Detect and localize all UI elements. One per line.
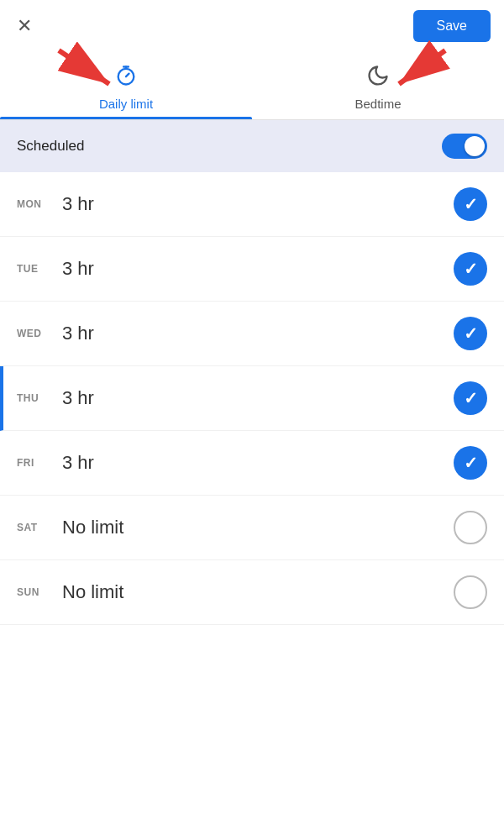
scheduled-row: Scheduled <box>0 120 504 172</box>
day-time-wed: 3 hr <box>62 323 454 344</box>
day-row-fri[interactable]: FRI3 hr✓ <box>0 431 504 496</box>
day-time-sat: No limit <box>62 517 454 538</box>
checkmark-icon: ✓ <box>464 196 478 213</box>
day-check-mon[interactable]: ✓ <box>454 187 487 221</box>
tab-bedtime[interactable]: Bedtime <box>252 52 504 119</box>
day-row-sat[interactable]: SATNo limit <box>0 496 504 560</box>
day-label-tue: TUE <box>17 263 52 275</box>
day-time-tue: 3 hr <box>62 258 454 280</box>
tabs-container: Daily limit Bedtime <box>0 52 504 120</box>
day-check-fri[interactable]: ✓ <box>454 446 487 480</box>
day-row-thu[interactable]: THU3 hr✓ <box>0 366 504 431</box>
day-row-wed[interactable]: WED3 hr✓ <box>0 302 504 366</box>
day-label-thu: THU <box>17 392 52 404</box>
day-check-sat[interactable] <box>454 511 487 544</box>
checkmark-icon: ✓ <box>464 325 478 342</box>
day-list: MON3 hr✓TUE3 hr✓WED3 hr✓THU3 hr✓FRI3 hr✓… <box>0 172 504 625</box>
tab-daily-limit-label: Daily limit <box>99 97 153 111</box>
day-label-wed: WED <box>17 328 52 339</box>
toggle-thumb <box>465 136 485 156</box>
toggle-track <box>442 134 487 159</box>
day-row-tue[interactable]: TUE3 hr✓ <box>0 237 504 302</box>
day-label-fri: FRI <box>17 457 52 469</box>
moon-icon <box>366 64 390 93</box>
checkmark-icon: ✓ <box>464 260 478 277</box>
checkmark-icon: ✓ <box>464 454 478 471</box>
day-label-sun: SUN <box>17 586 52 598</box>
day-check-tue[interactable]: ✓ <box>454 252 487 286</box>
save-button[interactable]: Save <box>413 10 491 42</box>
tab-daily-limit[interactable]: Daily limit <box>0 52 252 119</box>
day-check-sun[interactable] <box>454 575 487 609</box>
scheduled-toggle[interactable] <box>442 134 487 159</box>
day-row-mon[interactable]: MON3 hr✓ <box>0 172 504 237</box>
day-label-sat: SAT <box>17 522 52 533</box>
svg-line-3 <box>126 74 129 77</box>
tab-bedtime-label: Bedtime <box>354 97 401 111</box>
day-time-fri: 3 hr <box>62 452 454 474</box>
day-time-sun: No limit <box>62 581 454 603</box>
day-label-mon: MON <box>17 198 52 210</box>
day-check-thu[interactable]: ✓ <box>454 381 487 415</box>
day-row-sun[interactable]: SUNNo limit <box>0 560 504 625</box>
timer-icon <box>114 64 138 93</box>
scheduled-label: Scheduled <box>17 138 84 155</box>
close-button[interactable]: ✕ <box>13 12 35 40</box>
day-time-thu: 3 hr <box>62 387 454 409</box>
day-check-wed[interactable]: ✓ <box>454 317 487 350</box>
header: ✕ Save <box>0 0 504 52</box>
day-time-mon: 3 hr <box>62 193 454 215</box>
checkmark-icon: ✓ <box>464 390 478 407</box>
